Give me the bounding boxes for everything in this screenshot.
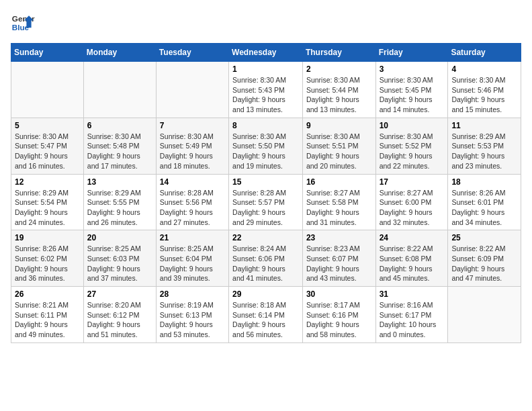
- day-number: 15: [232, 177, 299, 187]
- cell-content: Sunrise: 8:25 AM: [160, 244, 214, 253]
- day-number: 25: [451, 233, 517, 242]
- day-number: 23: [306, 233, 372, 242]
- day-number: 27: [87, 289, 152, 299]
- calendar-cell: 5Sunrise: 8:30 AMSunset: 5:47 PMDaylight…: [11, 118, 84, 174]
- calendar-cell: 25Sunrise: 8:22 AMSunset: 6:09 PMDayligh…: [448, 230, 521, 287]
- cell-content: Daylight: 9 hours and 17 minutes.: [87, 152, 140, 170]
- cell-content: Sunrise: 8:30 AM: [380, 132, 433, 140]
- calendar-cell: 19Sunrise: 8:26 AMSunset: 6:02 PMDayligh…: [11, 230, 84, 287]
- calendar-cell: [156, 62, 228, 118]
- cell-content: Daylight: 9 hours and 51 minutes.: [87, 320, 140, 338]
- cell-content: Sunrise: 8:30 AM: [160, 132, 214, 140]
- cell-content: Sunset: 5:43 PM: [232, 86, 285, 94]
- calendar-cell: 10Sunrise: 8:30 AMSunset: 5:52 PMDayligh…: [375, 118, 448, 174]
- day-number: 12: [15, 177, 80, 187]
- cell-content: Sunrise: 8:30 AM: [451, 76, 505, 84]
- cell-content: Daylight: 9 hours and 27 minutes.: [160, 208, 213, 226]
- day-number: 26: [15, 289, 80, 299]
- cell-content: Sunrise: 8:20 AM: [87, 301, 141, 309]
- calendar-cell: 18Sunrise: 8:26 AMSunset: 6:01 PMDayligh…: [448, 174, 521, 230]
- cell-content: Sunset: 5:50 PM: [232, 142, 285, 150]
- calendar-cell: 30Sunrise: 8:17 AMSunset: 6:16 PMDayligh…: [302, 287, 375, 343]
- cell-content: Daylight: 9 hours and 16 minutes.: [15, 152, 68, 170]
- cell-content: Sunset: 6:13 PM: [160, 311, 212, 319]
- calendar-week-3: 12Sunrise: 8:29 AMSunset: 5:54 PMDayligh…: [11, 174, 521, 230]
- calendar-cell: 1Sunrise: 8:30 AMSunset: 5:43 PMDaylight…: [229, 62, 303, 118]
- calendar-cell: 8Sunrise: 8:30 AMSunset: 5:50 PMDaylight…: [229, 118, 303, 174]
- calendar-cell: 23Sunrise: 8:23 AMSunset: 6:07 PMDayligh…: [302, 230, 375, 287]
- cell-content: Daylight: 9 hours and 36 minutes.: [15, 265, 68, 283]
- cell-content: Sunrise: 8:18 AM: [232, 301, 286, 309]
- day-number: 29: [232, 289, 299, 299]
- cell-content: Daylight: 9 hours and 41 minutes.: [232, 265, 285, 283]
- header-wednesday: Wednesday: [229, 44, 303, 62]
- cell-content: Sunrise: 8:16 AM: [380, 301, 433, 309]
- cell-content: Sunrise: 8:30 AM: [306, 76, 360, 84]
- cell-content: Daylight: 9 hours and 24 minutes.: [15, 208, 68, 226]
- calendar-week-1: 1Sunrise: 8:30 AMSunset: 5:43 PMDaylight…: [11, 62, 521, 118]
- cell-content: Sunset: 6:16 PM: [306, 311, 359, 319]
- cell-content: Daylight: 9 hours and 37 minutes.: [87, 265, 140, 283]
- cell-content: Sunset: 5:44 PM: [306, 86, 359, 94]
- calendar-week-2: 5Sunrise: 8:30 AMSunset: 5:47 PMDaylight…: [11, 118, 521, 174]
- cell-content: Sunrise: 8:30 AM: [232, 76, 286, 84]
- calendar-cell: [448, 287, 521, 343]
- calendar-cell: 14Sunrise: 8:28 AMSunset: 5:56 PMDayligh…: [156, 174, 228, 230]
- cell-content: Sunset: 5:57 PM: [232, 198, 285, 206]
- cell-content: Sunset: 5:54 PM: [15, 198, 67, 206]
- cell-content: Sunset: 5:52 PM: [380, 142, 432, 150]
- calendar-cell: 11Sunrise: 8:29 AMSunset: 5:53 PMDayligh…: [448, 118, 521, 174]
- cell-content: Sunset: 5:49 PM: [160, 142, 212, 150]
- cell-content: Daylight: 9 hours and 53 minutes.: [160, 320, 213, 338]
- cell-content: Sunrise: 8:27 AM: [380, 189, 433, 197]
- cell-content: Sunrise: 8:25 AM: [87, 244, 141, 253]
- day-number: 22: [232, 233, 299, 242]
- cell-content: Sunset: 6:08 PM: [380, 255, 432, 263]
- cell-content: Sunset: 6:06 PM: [232, 255, 285, 263]
- cell-content: Sunrise: 8:19 AM: [160, 301, 214, 309]
- day-number: 17: [380, 177, 445, 187]
- cell-content: Sunrise: 8:23 AM: [306, 244, 360, 253]
- calendar-cell: 31Sunrise: 8:16 AMSunset: 6:17 PMDayligh…: [375, 287, 448, 343]
- cell-content: Sunrise: 8:29 AM: [451, 132, 505, 140]
- cell-content: Daylight: 9 hours and 13 minutes.: [306, 95, 359, 113]
- cell-content: Sunset: 5:47 PM: [15, 142, 67, 150]
- cell-content: Daylight: 9 hours and 18 minutes.: [160, 152, 213, 170]
- cell-content: Daylight: 9 hours and 34 minutes.: [451, 208, 504, 226]
- cell-content: Daylight: 9 hours and 14 minutes.: [380, 95, 433, 113]
- cell-content: Sunrise: 8:24 AM: [232, 244, 286, 253]
- cell-content: Daylight: 9 hours and 49 minutes.: [15, 320, 68, 338]
- day-number: 1: [232, 64, 299, 74]
- calendar-cell: 21Sunrise: 8:25 AMSunset: 6:04 PMDayligh…: [156, 230, 228, 287]
- cell-content: Sunset: 5:53 PM: [451, 142, 504, 150]
- calendar-cell: 4Sunrise: 8:30 AMSunset: 5:46 PMDaylight…: [448, 62, 521, 118]
- calendar-cell: 12Sunrise: 8:29 AMSunset: 5:54 PMDayligh…: [11, 174, 84, 230]
- day-number: 4: [451, 64, 517, 74]
- day-number: 18: [451, 177, 517, 187]
- header-monday: Monday: [83, 44, 156, 62]
- cell-content: Daylight: 9 hours and 32 minutes.: [380, 208, 433, 226]
- cell-content: Daylight: 9 hours and 29 minutes.: [232, 208, 285, 226]
- cell-content: Daylight: 9 hours and 56 minutes.: [232, 320, 285, 338]
- day-number: 5: [15, 121, 80, 130]
- cell-content: Sunset: 5:55 PM: [87, 198, 140, 206]
- cell-content: Sunset: 6:11 PM: [15, 311, 67, 319]
- day-number: 24: [380, 233, 445, 242]
- calendar-cell: 29Sunrise: 8:18 AMSunset: 6:14 PMDayligh…: [229, 287, 303, 343]
- cell-content: Sunset: 6:17 PM: [380, 311, 432, 319]
- header-friday: Friday: [375, 44, 448, 62]
- cell-content: Sunset: 5:51 PM: [306, 142, 359, 150]
- calendar-cell: 16Sunrise: 8:27 AMSunset: 5:58 PMDayligh…: [302, 174, 375, 230]
- cell-content: Sunset: 6:07 PM: [306, 255, 359, 263]
- cell-content: Sunset: 6:12 PM: [87, 311, 140, 319]
- calendar-cell: 17Sunrise: 8:27 AMSunset: 6:00 PMDayligh…: [375, 174, 448, 230]
- calendar-cell: 26Sunrise: 8:21 AMSunset: 6:11 PMDayligh…: [11, 287, 84, 343]
- cell-content: Sunset: 5:48 PM: [87, 142, 140, 150]
- day-number: 11: [451, 121, 517, 130]
- cell-content: Daylight: 9 hours and 26 minutes.: [87, 208, 140, 226]
- cell-content: Daylight: 9 hours and 45 minutes.: [380, 265, 433, 283]
- calendar-cell: 24Sunrise: 8:22 AMSunset: 6:08 PMDayligh…: [375, 230, 448, 287]
- cell-content: Sunrise: 8:29 AM: [15, 189, 69, 197]
- cell-content: Sunrise: 8:30 AM: [306, 132, 360, 140]
- header-tuesday: Tuesday: [156, 44, 228, 62]
